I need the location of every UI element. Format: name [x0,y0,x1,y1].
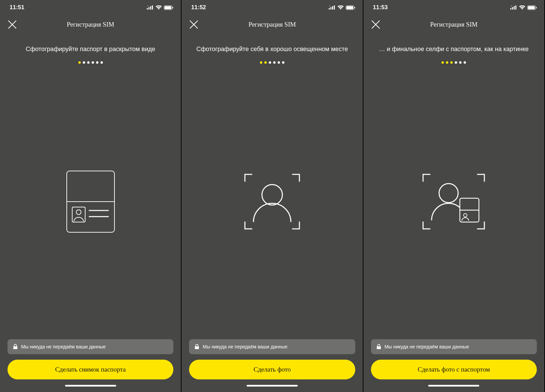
dot [78,61,81,64]
dot [273,61,276,64]
svg-rect-26 [512,7,513,10]
dot [464,61,466,64]
wifi-icon [519,5,525,10]
progress-dots [363,61,544,64]
status-time: 11:52 [191,4,206,11]
cellular-icon: ! [147,5,154,10]
privacy-notice: Мы никуда не передаём ваши данные [189,339,355,354]
dot [83,61,85,64]
dot [278,61,280,64]
privacy-text: Мы никуда не передаём ваши данные [385,344,469,349]
dot [87,61,90,64]
svg-rect-0 [147,8,148,10]
svg-rect-15 [329,8,330,10]
header: Регистрация SIM [182,15,362,34]
home-indicator[interactable] [428,385,479,387]
svg-rect-18 [334,5,335,10]
instruction-text: Сфотографируйте паспорт в раскрытом виде [0,34,181,58]
svg-text:!: ! [329,5,330,7]
svg-rect-37 [377,346,381,349]
page-title: Регистрация SIM [363,21,544,28]
svg-rect-25 [510,8,511,10]
lock-icon [194,344,199,349]
screen-3: 11:53 ! Регистрация SIM … и финальное се… [363,0,545,392]
cellular-icon: ! [510,5,517,10]
svg-rect-27 [514,6,515,10]
illustration-area [363,64,544,339]
svg-rect-28 [515,5,516,10]
close-icon [370,19,381,30]
cta-button[interactable]: Сделать фото с паспортом [371,360,537,379]
battery-icon [164,5,173,10]
screen-1: 11:51 ! Регистрация SIM Сфотографируйте … [0,0,182,392]
dot [92,61,94,64]
illustration-area [182,64,362,339]
passport-icon [63,168,118,236]
privacy-notice: Мы никуда не передаём ваши данные [371,339,537,354]
svg-rect-24 [195,346,199,349]
instruction-text: Сфотографируйте себя в хорошо освещенном… [182,34,362,58]
dot [446,61,448,64]
progress-dots [0,61,181,64]
cta-button[interactable]: Сделать снимок паспорта [7,360,173,379]
wifi-icon [338,5,344,10]
close-icon [7,19,18,30]
svg-text:!: ! [511,5,512,7]
status-icons: ! [147,5,173,10]
cellular-icon: ! [329,5,336,10]
status-icons: ! [329,5,355,10]
lock-icon [376,344,381,349]
privacy-text: Мы никуда не передаём ваши данные [21,344,106,349]
svg-point-11 [76,210,81,215]
close-button[interactable] [188,19,199,30]
footer: Мы никуда не передаём ваши данные Сделат… [0,339,181,392]
illustration-area [0,64,181,339]
home-indicator[interactable] [65,385,116,387]
instruction-text: … и финальное селфи с паспортом, как на … [363,34,544,58]
dot [455,61,457,64]
dot [260,61,262,64]
dot [450,61,453,64]
svg-rect-1 [149,7,150,10]
status-icons: ! [510,5,537,10]
selfie-passport-icon [416,168,491,236]
header: Регистрация SIM [0,15,181,34]
footer: Мы никуда не передаём ваши данные Сделат… [363,339,544,392]
svg-point-33 [439,184,458,203]
lock-icon [13,344,18,349]
dot [282,61,284,64]
status-time: 11:53 [373,4,388,11]
status-bar: 11:52 ! [182,0,362,15]
dot [100,61,103,64]
privacy-text: Мы никуда не передаём ваши данные [203,344,287,349]
svg-rect-2 [150,6,151,10]
close-icon [188,19,199,30]
svg-rect-17 [332,6,333,10]
selfie-icon [238,168,306,236]
dot [459,61,462,64]
svg-point-23 [262,185,282,205]
svg-rect-14 [13,346,17,349]
battery-icon [346,5,355,10]
privacy-notice: Мы никуда не передаём ваши данные [7,339,173,354]
status-bar: 11:51 ! [0,0,181,15]
close-button[interactable] [7,19,18,30]
dot [441,61,444,64]
cta-button[interactable]: Сделать фото [189,360,355,379]
page-title: Регистрация SIM [0,21,181,28]
status-time: 11:51 [10,4,24,11]
dot [269,61,271,64]
svg-rect-31 [528,6,535,9]
svg-rect-21 [346,6,353,9]
screen-2: 11:52 ! Регистрация SIM Сфотографируйте … [182,0,363,392]
svg-rect-32 [536,7,536,9]
dot [96,61,98,64]
footer: Мы никуда не передаём ваши данные Сделат… [182,339,362,392]
header: Регистрация SIM [363,15,544,34]
dot [264,61,267,64]
home-indicator[interactable] [247,385,298,387]
progress-dots [182,61,362,64]
wifi-icon [156,5,162,10]
close-button[interactable] [370,19,381,30]
svg-text:!: ! [147,5,148,7]
